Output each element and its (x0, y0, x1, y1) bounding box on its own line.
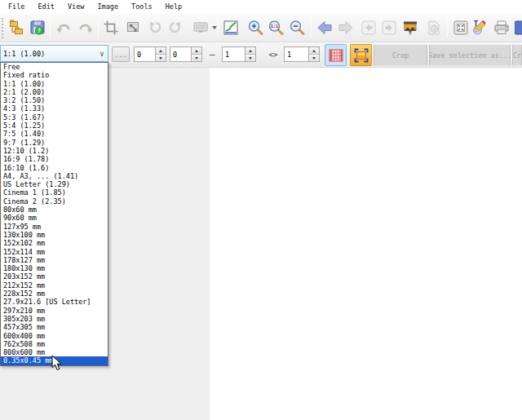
redo-button[interactable] (76, 17, 95, 38)
ratio-option[interactable]: 212x152 mm (1, 281, 108, 290)
ratio-option[interactable]: 180x130 mm (1, 264, 108, 272)
ratio-option[interactable]: 178x127 mm (1, 256, 108, 264)
crop-x-spinbox[interactable] (134, 46, 166, 62)
menu-item-tools[interactable]: Tools (125, 0, 159, 14)
crop-guides-icon (354, 48, 369, 63)
slideshow-button[interactable] (400, 17, 420, 38)
ratio-combobox[interactable]: 1:1 (1.00) ∨ (0, 45, 108, 62)
ratio-option[interactable]: 16:10 (1.6) (1, 164, 108, 172)
ratio-option[interactable]: 5:3 (1.67) (1, 113, 108, 122)
levels-button[interactable] (221, 17, 241, 38)
ratio-option[interactable]: 12:10 (1.2) (1, 147, 108, 155)
crop-tool-button[interactable] (101, 17, 121, 38)
undo-button[interactable] (54, 17, 73, 38)
ratio-option[interactable]: 5:4 (1.25) (1, 122, 108, 130)
ratio-option[interactable]: 4:3 (1.33) (1, 104, 108, 113)
ratio-option[interactable]: Cinema 2 (2.35) (1, 197, 108, 206)
menu-item-edit[interactable]: Edit (31, 0, 60, 14)
crop-width-spinbox[interactable] (222, 46, 256, 62)
menu-item-view[interactable]: View (61, 0, 91, 14)
ratio-option[interactable]: 130x100 mm (1, 231, 108, 239)
ratio-option[interactable]: 2:1 (2.00) (1, 88, 108, 96)
toolbar-gripper[interactable] (2, 18, 4, 38)
crop-height-spinbox[interactable] (284, 46, 320, 62)
crop-y-field[interactable] (170, 47, 191, 61)
rotate-left-button[interactable] (146, 17, 166, 38)
browse-button[interactable] (7, 17, 26, 38)
back-button[interactable] (315, 17, 334, 38)
ratio-option[interactable]: 152x102 mm (1, 239, 108, 247)
ratio-option[interactable]: 1:1 (1.00) (1, 80, 108, 88)
previous-image-icon (360, 19, 378, 37)
crop-guides-toggle[interactable] (350, 44, 372, 66)
ratio-option[interactable]: A4, A3, ... (1.41) (1, 172, 108, 180)
forward-button[interactable] (336, 17, 356, 38)
ratio-option[interactable]: Cinema 1 (1.85) (1, 188, 108, 197)
zoom-out-icon (288, 19, 306, 37)
ratio-option[interactable]: Free (1, 63, 108, 71)
main-toolbar: ? (0, 14, 522, 42)
spin-down-icon[interactable] (156, 54, 166, 61)
spin-up-icon[interactable] (246, 47, 255, 54)
menu-item-help[interactable]: Help (159, 0, 188, 14)
toolbar-separator (50, 19, 51, 38)
crop-height-field[interactable] (285, 47, 308, 61)
menu-item-image[interactable]: Image (91, 0, 125, 14)
menu-item-file[interactable]: File (2, 0, 31, 14)
spin-down-icon[interactable] (246, 54, 255, 61)
ratio-option[interactable]: 16:9 (1.78) (1, 155, 108, 163)
ratio-option[interactable]: 80x60 mm (1, 206, 108, 214)
clipped-edge-button[interactable] (514, 17, 522, 38)
zoom-actual-size-icon: 1:1 (267, 19, 285, 37)
previous-image-button[interactable] (359, 17, 378, 38)
spin-up-icon[interactable] (156, 47, 166, 54)
display-options-button[interactable] (189, 17, 219, 38)
crop-x-field[interactable] (135, 47, 155, 61)
info-button[interactable] (424, 17, 444, 38)
ratio-option[interactable]: US Letter (1.29) (1, 180, 108, 188)
ratio-option[interactable]: 228x152 mm (1, 290, 108, 298)
ratio-option[interactable]: 27.9x21.6 [US Letter] (1, 298, 108, 306)
toolbar-separator (218, 19, 219, 38)
ratio-option[interactable]: 203x152 mm (1, 272, 108, 281)
grid-overlay-toggle[interactable] (325, 44, 347, 66)
ratio-option[interactable]: 305x203 mm (1, 315, 108, 323)
zoom-in-button[interactable] (246, 17, 265, 38)
zoom-actual-size-button[interactable]: 1:1 (266, 17, 285, 38)
spin-up-icon[interactable] (309, 47, 319, 54)
resize-button[interactable] (124, 17, 144, 38)
next-image-button[interactable] (379, 17, 399, 38)
ratio-option[interactable]: 457x305 mm (1, 323, 108, 331)
crop-button[interactable]: Crop (374, 45, 427, 65)
save-icon: ? (29, 19, 46, 37)
ratio-option[interactable]: 127x95 mm (1, 223, 108, 231)
crop-y-spinbox[interactable] (170, 46, 202, 62)
ratio-option[interactable]: 600x400 mm (1, 332, 108, 340)
fullscreen-button[interactable] (451, 17, 471, 38)
ratio-option[interactable]: 152x114 mm (1, 248, 108, 256)
ratio-option[interactable]: 297x210 mm (1, 307, 108, 315)
annotate-text-button[interactable]: T (470, 17, 489, 38)
save-button[interactable]: ? (28, 17, 47, 38)
ratio-option[interactable]: 90x60 mm (1, 214, 108, 222)
crop-width-field[interactable] (223, 47, 245, 61)
crop-tool-icon (102, 19, 120, 37)
ratio-option[interactable]: Fixed ratio (1, 71, 108, 79)
back-icon (316, 19, 334, 37)
zoom-out-button[interactable] (287, 17, 307, 38)
clipped-crop-button[interactable]: Cr (512, 45, 522, 65)
rotate-right-button[interactable] (165, 17, 184, 38)
more-ratios-button[interactable]: ... (112, 46, 130, 62)
fullscreen-icon (452, 19, 470, 37)
ratio-option[interactable]: 9:7 (1.29) (1, 139, 108, 147)
mouse-cursor (51, 355, 63, 374)
ratio-option[interactable]: 762x508 mm (1, 340, 108, 348)
spin-down-icon[interactable] (309, 54, 319, 61)
ratio-option[interactable]: 7:5 (1.40) (1, 130, 108, 138)
resize-icon (125, 19, 143, 37)
spin-down-icon[interactable] (192, 54, 201, 61)
print-button[interactable] (492, 17, 511, 38)
ratio-option[interactable]: 3:2 (1.50) (1, 96, 108, 104)
save-selection-button[interactable]: Save selection as... (429, 45, 511, 65)
spin-up-icon[interactable] (192, 47, 201, 54)
